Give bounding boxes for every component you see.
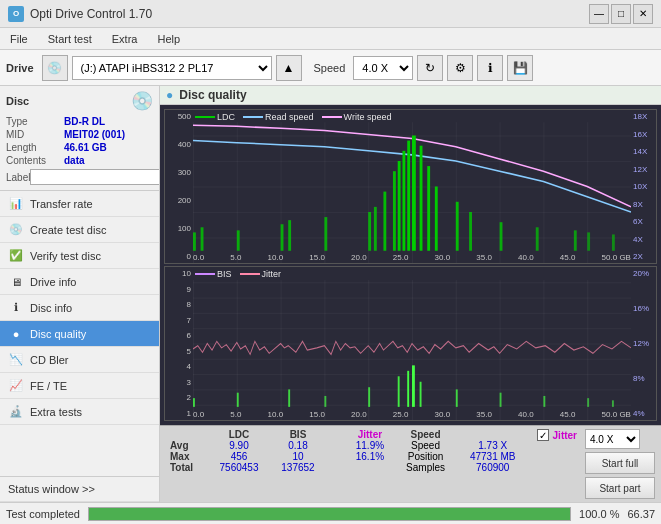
- legend-read-speed: Read speed: [243, 112, 314, 122]
- disc-quality-header-icon: ●: [166, 88, 173, 102]
- position-val: 47731 MB: [457, 451, 529, 462]
- avg-label: Avg: [166, 440, 208, 451]
- chart2-legend: BIS Jitter: [195, 269, 281, 279]
- settings-icon[interactable]: ⚙: [447, 55, 473, 81]
- sidebar-item-disc-info[interactable]: ℹ Disc info: [0, 295, 159, 321]
- svg-rect-30: [368, 387, 370, 407]
- svg-rect-18: [456, 202, 459, 251]
- maximize-button[interactable]: □: [611, 4, 631, 24]
- sidebar-item-disc-quality[interactable]: ● Disc quality: [0, 321, 159, 347]
- svg-rect-11: [398, 161, 401, 251]
- stats-panel: LDC BIS Jitter Speed Avg 9.90 0.18: [160, 425, 661, 502]
- menu-file[interactable]: File: [4, 31, 34, 47]
- sidebar-item-transfer-rate[interactable]: 📊 Transfer rate: [0, 191, 159, 217]
- start-full-button[interactable]: Start full: [585, 452, 655, 474]
- jitter-checkbox[interactable]: ✓: [537, 429, 549, 441]
- max-label: Max: [166, 451, 208, 462]
- chart1-legend: LDC Read speed Write speed: [195, 112, 391, 122]
- jitter-color: [240, 273, 260, 275]
- legend-write-speed: Write speed: [322, 112, 392, 122]
- svg-rect-38: [587, 398, 589, 407]
- max-ldc: 456: [208, 451, 271, 462]
- drive-label: Drive: [6, 62, 34, 74]
- total-bis: 137652: [270, 462, 325, 473]
- svg-rect-28: [288, 389, 290, 406]
- disc-contents-row: Contents data: [6, 155, 153, 166]
- sidebar-item-fe-te[interactable]: 📈 FE / TE: [0, 373, 159, 399]
- window-controls: — □ ✕: [589, 4, 653, 24]
- svg-rect-20: [500, 222, 503, 251]
- save-icon[interactable]: 💾: [507, 55, 533, 81]
- svg-rect-17: [435, 187, 438, 251]
- menu-start-test[interactable]: Start test: [42, 31, 98, 47]
- sidebar: Disc 💿 Type BD-R DL MID MEIT02 (001) Len…: [0, 86, 160, 502]
- sidebar-item-status-window[interactable]: Status window >>: [0, 476, 159, 502]
- menu-help[interactable]: Help: [151, 31, 186, 47]
- speed-combo-select[interactable]: 4.0 X: [585, 429, 640, 449]
- disc-mid-row: MID MEIT02 (001): [6, 129, 153, 140]
- svg-rect-8: [374, 207, 377, 251]
- status-text: Test completed: [6, 508, 80, 520]
- start-part-button[interactable]: Start part: [585, 477, 655, 499]
- sidebar-item-extra-tests[interactable]: 🔬 Extra tests: [0, 399, 159, 425]
- chart1-svg: [193, 110, 631, 263]
- disc-type-row: Type BD-R DL: [6, 116, 153, 127]
- svg-rect-23: [587, 232, 590, 250]
- drive-eject-icon[interactable]: 💿: [42, 55, 68, 81]
- minimize-button[interactable]: —: [589, 4, 609, 24]
- svg-rect-35: [456, 389, 458, 406]
- disc-label-input[interactable]: [30, 169, 160, 185]
- statusbar: Test completed 100.0 % 66.37: [0, 502, 661, 524]
- col-jitter-header: Jitter: [346, 429, 395, 440]
- disc-panel: Disc 💿 Type BD-R DL MID MEIT02 (001) Len…: [0, 86, 159, 191]
- stats-row-total: Total 7560453 137652 Samples 760900: [166, 462, 529, 473]
- drive-action-icon[interactable]: ▲: [276, 55, 302, 81]
- chart-title: Disc quality: [179, 88, 246, 102]
- stats-row-max: Max 456 10 16.1% Position 47731 MB: [166, 451, 529, 462]
- action-buttons: 4.0 X Start full Start part: [585, 429, 655, 499]
- disc-icon: 💿: [131, 90, 153, 112]
- close-button[interactable]: ✕: [633, 4, 653, 24]
- svg-rect-12: [402, 151, 405, 251]
- extra-tests-icon: 🔬: [8, 404, 24, 420]
- chart2-x-axis: 0.0 5.0 10.0 15.0 20.0 25.0 30.0 35.0 40…: [193, 408, 631, 420]
- titlebar-left: O Opti Drive Control 1.70: [8, 6, 152, 22]
- speed-select[interactable]: 4.0 X: [353, 56, 413, 80]
- svg-rect-1: [193, 232, 196, 250]
- legend-ldc: LDC: [195, 112, 235, 122]
- svg-rect-9: [383, 192, 386, 251]
- sidebar-item-verify-test-disc[interactable]: ✅ Verify test disc: [0, 243, 159, 269]
- app-icon: O: [8, 6, 24, 22]
- total-label: Total: [166, 462, 208, 473]
- menu-extra[interactable]: Extra: [106, 31, 144, 47]
- svg-rect-33: [412, 365, 415, 407]
- svg-rect-29: [324, 396, 326, 407]
- drive-info-icon: 🖥: [8, 274, 24, 290]
- info-icon[interactable]: ℹ: [477, 55, 503, 81]
- svg-rect-22: [574, 230, 577, 250]
- svg-rect-6: [324, 217, 327, 251]
- svg-rect-39: [612, 400, 614, 407]
- svg-rect-4: [281, 224, 284, 251]
- refresh-icon[interactable]: ↻: [417, 55, 443, 81]
- svg-rect-3: [237, 230, 240, 250]
- disc-type-value: BD-R DL: [64, 116, 105, 127]
- col-ldc: LDC: [208, 429, 271, 440]
- sidebar-item-cd-bler[interactable]: 📉 CD Bler: [0, 347, 159, 373]
- svg-rect-15: [420, 146, 423, 251]
- legend-bis: BIS: [195, 269, 232, 279]
- svg-rect-7: [368, 212, 371, 251]
- samples-val: 760900: [457, 462, 529, 473]
- disc-label-row: Label 🔍: [6, 168, 153, 186]
- drive-select[interactable]: (J:) ATAPI iHBS312 2 PL17: [72, 56, 272, 80]
- avg-jitter: 11.9%: [346, 440, 395, 451]
- svg-rect-13: [407, 141, 410, 251]
- main-content: ● Disc quality LDC Read speed: [160, 86, 661, 502]
- sidebar-item-drive-info[interactable]: 🖥 Drive info: [0, 269, 159, 295]
- write-speed-color: [322, 116, 342, 118]
- svg-rect-37: [543, 396, 545, 407]
- sidebar-item-create-test-disc[interactable]: 💿 Create test disc: [0, 217, 159, 243]
- speed-key-1: Speed: [394, 440, 457, 451]
- charts-area: LDC Read speed Write speed 500 400: [160, 105, 661, 425]
- ldc-color: [195, 116, 215, 118]
